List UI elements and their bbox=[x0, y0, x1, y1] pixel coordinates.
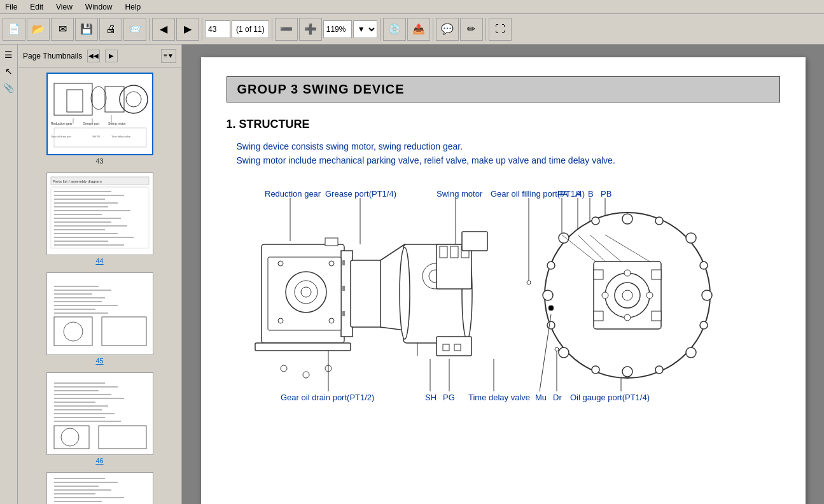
thumbnail-label-45: 45 bbox=[95, 357, 103, 365]
svg-point-90 bbox=[278, 318, 283, 323]
svg-point-126 bbox=[700, 321, 708, 329]
svg-text:SH PG: SH PG bbox=[92, 135, 100, 138]
thumbnail-47[interactable] bbox=[23, 472, 176, 504]
forward-button[interactable]: ▶ bbox=[176, 18, 199, 41]
email-button[interactable]: ✉ bbox=[51, 18, 74, 41]
svg-point-129 bbox=[547, 321, 555, 329]
svg-point-97 bbox=[303, 372, 309, 378]
svg-point-128 bbox=[592, 366, 599, 374]
print-button[interactable]: 🖨 bbox=[99, 18, 122, 41]
zoom-select[interactable]: ▼ bbox=[353, 20, 377, 38]
label-pb: PB bbox=[601, 189, 611, 199]
label-b: B bbox=[588, 189, 594, 199]
thumbnail-46[interactable]: 46 bbox=[23, 372, 176, 465]
doc-content[interactable]: GROUP 3 SWING DEVICE 1. STRUCTURE Swing … bbox=[182, 45, 824, 504]
svg-rect-84 bbox=[342, 286, 345, 291]
svg-point-158 bbox=[527, 281, 531, 284]
save-button[interactable]: 💾 bbox=[75, 18, 98, 41]
menu-bar: File Edit View Window Help bbox=[0, 0, 824, 14]
zoom-container: ▼ bbox=[323, 20, 377, 38]
svg-point-96 bbox=[281, 365, 287, 372]
svg-rect-114 bbox=[454, 344, 461, 351]
toolbar: 📄 📂 ✉ 💾 🖨 📨 ◀ ▶ (1 of 11) ➖ ➕ ▼ 💿 📤 💬 ✏ … bbox=[0, 14, 824, 45]
svg-point-117 bbox=[686, 233, 696, 243]
attachment-icon[interactable]: 📎 bbox=[1, 80, 17, 95]
thumbnail-img-44: Parts list / assembly diagram bbox=[46, 172, 153, 255]
svg-rect-64 bbox=[48, 472, 152, 504]
thumbnail-img-43: Reduction gear Grease port Swing motor G… bbox=[46, 73, 153, 155]
svg-point-148 bbox=[548, 305, 554, 311]
fullscreen-button[interactable]: ⛶ bbox=[489, 18, 512, 41]
zoom-out-button[interactable]: ➖ bbox=[275, 18, 298, 41]
thumbnail-label-43: 43 bbox=[95, 157, 103, 165]
zoom-input[interactable] bbox=[323, 20, 352, 38]
open-button[interactable]: 📂 bbox=[27, 18, 50, 41]
select-icon[interactable]: ↖ bbox=[1, 64, 17, 79]
label-a: A bbox=[576, 189, 582, 199]
svg-point-140 bbox=[624, 270, 631, 276]
label-pg: PG bbox=[443, 393, 455, 402]
back-button[interactable]: ◀ bbox=[152, 18, 175, 41]
pan-icon[interactable]: ☰ bbox=[1, 47, 17, 62]
svg-rect-95 bbox=[255, 343, 351, 351]
svg-text:Swing motor: Swing motor bbox=[108, 122, 126, 125]
menu-file[interactable]: File bbox=[3, 1, 20, 13]
mail-send-button[interactable]: 📨 bbox=[123, 18, 146, 41]
svg-rect-134 bbox=[652, 270, 661, 279]
svg-point-124 bbox=[655, 217, 663, 225]
label-oil-gauge-port: Oil gauge port(PT1/4) bbox=[570, 393, 650, 402]
svg-rect-99 bbox=[351, 260, 382, 327]
svg-rect-110 bbox=[462, 232, 487, 251]
share-button[interactable]: 📤 bbox=[407, 18, 430, 41]
markup-button[interactable]: ✏ bbox=[460, 18, 483, 41]
panel-nav-next[interactable]: ▶ bbox=[105, 50, 118, 62]
svg-rect-107 bbox=[440, 246, 447, 258]
label-swing-motor: Swing motor bbox=[436, 189, 483, 199]
left-icons: ☰ ↖ 📎 bbox=[0, 45, 18, 504]
comment-button[interactable]: 💬 bbox=[436, 18, 459, 41]
svg-rect-86 bbox=[325, 238, 338, 246]
svg-rect-85 bbox=[342, 311, 345, 316]
svg-point-119 bbox=[686, 347, 696, 358]
thumbnail-43[interactable]: Reduction gear Grease port Swing motor G… bbox=[23, 73, 176, 165]
thumbnail-44[interactable]: Parts list / assembly diagram bbox=[23, 172, 176, 265]
body-text-2: Swing motor include mechanical parking v… bbox=[227, 155, 780, 165]
page-info: (1 of 11) bbox=[232, 20, 269, 38]
label-sh: SH bbox=[425, 393, 436, 402]
svg-text:Reduction gear: Reduction gear bbox=[51, 122, 73, 125]
menu-edit[interactable]: Edit bbox=[27, 1, 46, 13]
new-button[interactable]: 📄 bbox=[3, 18, 25, 41]
zoom-in-button[interactable]: ➕ bbox=[299, 18, 322, 41]
separator-4 bbox=[380, 18, 381, 41]
svg-line-153 bbox=[540, 314, 551, 391]
svg-point-131 bbox=[592, 217, 599, 225]
svg-point-91 bbox=[329, 318, 334, 323]
menu-help[interactable]: Help bbox=[123, 1, 144, 13]
label-pa: PA bbox=[557, 189, 568, 199]
save-disk-button[interactable]: 💿 bbox=[383, 18, 406, 41]
separator-6 bbox=[485, 18, 486, 41]
thumbnails-area[interactable]: Reduction gear Grease port Swing motor G… bbox=[18, 67, 181, 504]
section-title: 1. STRUCTURE bbox=[227, 118, 780, 131]
panel-options-button[interactable]: ≡▼ bbox=[161, 49, 176, 63]
separator-2 bbox=[202, 18, 202, 41]
page-number-input[interactable] bbox=[205, 20, 230, 38]
separator-3 bbox=[272, 18, 272, 41]
panel-nav-prev[interactable]: ◀◀ bbox=[87, 50, 100, 62]
svg-rect-17 bbox=[48, 174, 152, 254]
thumbnail-img-47 bbox=[46, 472, 153, 504]
svg-point-120 bbox=[622, 367, 632, 377]
separator-5 bbox=[433, 18, 433, 41]
label-gear-oil-filling: Gear oil filling port(PT1/4) bbox=[491, 189, 585, 199]
svg-point-121 bbox=[559, 347, 569, 358]
thumbnail-label-46: 46 bbox=[95, 457, 103, 465]
thumbnail-45[interactable]: 45 bbox=[23, 272, 176, 365]
diagram-svg: Reduction gear Grease port(PT1/4) Swing … bbox=[227, 181, 780, 429]
svg-point-142 bbox=[624, 314, 631, 321]
menu-view[interactable]: View bbox=[53, 1, 75, 13]
svg-point-88 bbox=[278, 261, 283, 266]
svg-point-155 bbox=[555, 347, 559, 351]
svg-point-127 bbox=[655, 366, 663, 374]
menu-window[interactable]: Window bbox=[83, 1, 115, 13]
svg-rect-83 bbox=[342, 260, 345, 265]
